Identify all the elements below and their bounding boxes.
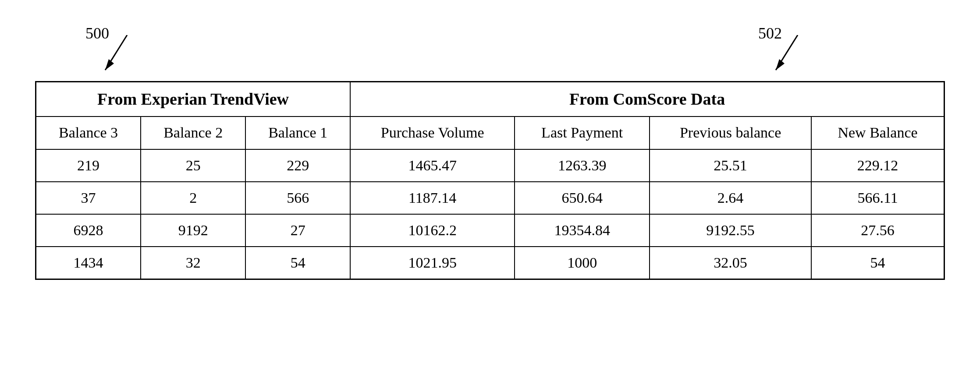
cell-r0-c6: 229.12: [811, 149, 944, 182]
cell-r3-c5: 32.05: [650, 247, 811, 279]
cell-r3-c0: 1434: [36, 247, 141, 279]
main-table-wrapper: From Experian TrendView From ComScore Da…: [35, 81, 945, 280]
table-row: 143432541021.95100032.0554: [36, 247, 944, 279]
svg-marker-3: [776, 59, 785, 70]
data-table: From Experian TrendView From ComScore Da…: [35, 81, 945, 280]
cell-r2-c2: 27: [245, 214, 350, 247]
cell-r1-c3: 1187.14: [350, 182, 515, 214]
table-row: 219252291465.471263.3925.51229.12: [36, 149, 944, 182]
cell-r2-c6: 27.56: [811, 214, 944, 247]
cell-r0-c0: 219: [36, 149, 141, 182]
cell-r3-c4: 1000: [515, 247, 650, 279]
subheader-purchase-volume: Purchase Volume: [350, 117, 515, 149]
cell-r0-c4: 1263.39: [515, 149, 650, 182]
cell-r3-c1: 32: [141, 247, 245, 279]
cell-r3-c6: 54: [811, 247, 944, 279]
cell-r1-c5: 2.64: [650, 182, 811, 214]
header-comscore: From ComScore Data: [350, 82, 944, 117]
arrow-502-icon: [771, 35, 824, 79]
subheader-balance3: Balance 3: [36, 117, 141, 149]
cell-r2-c1: 9192: [141, 214, 245, 247]
table-row: 3725661187.14650.642.64566.11: [36, 182, 944, 214]
header-experian: From Experian TrendView: [36, 82, 351, 117]
table-row: 692891922710162.219354.849192.5527.56: [36, 214, 944, 247]
subheader-previous-balance: Previous balance: [650, 117, 811, 149]
arrow-500-icon: [101, 35, 153, 79]
cell-r0-c2: 229: [245, 149, 350, 182]
cell-r1-c2: 566: [245, 182, 350, 214]
subheader-balance1: Balance 1: [245, 117, 350, 149]
cell-r1-c4: 650.64: [515, 182, 650, 214]
cell-r2-c5: 9192.55: [650, 214, 811, 247]
cell-r0-c1: 25: [141, 149, 245, 182]
cell-r1-c0: 37: [36, 182, 141, 214]
cell-r1-c6: 566.11: [811, 182, 944, 214]
cell-r3-c3: 1021.95: [350, 247, 515, 279]
cell-r2-c0: 6928: [36, 214, 141, 247]
subheader-balance2: Balance 2: [141, 117, 245, 149]
subheader-last-payment: Last Payment: [515, 117, 650, 149]
cell-r2-c3: 10162.2: [350, 214, 515, 247]
subheader-new-balance: New Balance: [811, 117, 944, 149]
cell-r2-c4: 19354.84: [515, 214, 650, 247]
cell-r1-c1: 2: [141, 182, 245, 214]
cell-r3-c2: 54: [245, 247, 350, 279]
cell-r0-c3: 1465.47: [350, 149, 515, 182]
cell-r0-c5: 25.51: [650, 149, 811, 182]
svg-marker-1: [105, 59, 114, 70]
